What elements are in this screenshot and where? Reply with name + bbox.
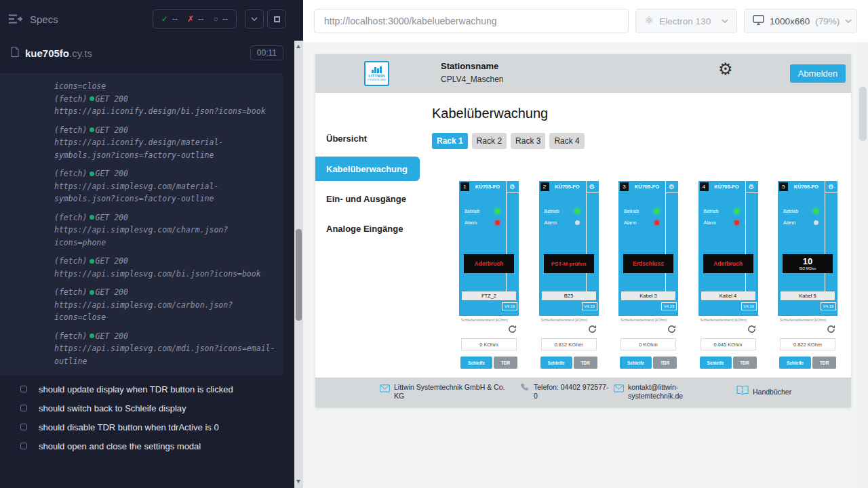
schleife-button[interactable]: Schleife <box>540 357 572 369</box>
status-dot <box>90 215 94 220</box>
logout-button[interactable]: Abmelden <box>790 64 846 83</box>
nav-item-ein-und-ausgaenge[interactable]: Ein- und Ausgänge <box>315 186 420 211</box>
scroll-up-arrow-icon[interactable] <box>296 45 300 48</box>
firmware-version: V4.19 <box>502 302 517 310</box>
refresh-icon[interactable] <box>827 325 835 333</box>
spec-file-name: kue705fo.cy.ts <box>25 47 92 59</box>
log-entry[interactable]: (fetch)GET 200 https://api.simplesvg.com… <box>54 286 277 324</box>
tab-rack-3[interactable]: Rack 3 <box>511 133 545 149</box>
schleife-button[interactable]: Schleife <box>779 357 811 369</box>
aut-scrollbar-thumb[interactable] <box>859 87 867 141</box>
cable-name: FTZ_2 <box>462 291 516 300</box>
test-list: should update display when TDR button is… <box>0 380 294 455</box>
card-settings-gear-icon[interactable]: ⚙ <box>825 181 837 193</box>
betrieb-led <box>814 209 818 214</box>
measurement-label: Schleifenwiderstand [kOhm] <box>539 316 599 322</box>
scrollbar-thumb[interactable] <box>296 229 302 321</box>
cable-name: B23 <box>542 291 596 300</box>
log-entry[interactable]: (fetch)GET 200 https://api.iconify.desig… <box>54 124 277 162</box>
alarm-label: Alarm <box>624 220 636 225</box>
card-settings-gear-icon[interactable]: ⚙ <box>586 181 599 193</box>
alarm-row: Alarm <box>545 220 580 225</box>
alarm-label: Alarm <box>465 220 477 225</box>
betrieb-label: Betrieb <box>624 209 639 214</box>
browser-select[interactable]: ⚛ Electron 130 <box>635 9 737 33</box>
log-entry[interactable]: icons=close <box>54 80 277 93</box>
alarm-row: Alarm <box>704 220 739 225</box>
test-title: should disable TDR button when tdrActive… <box>39 422 219 432</box>
tdr-button[interactable]: TDR <box>812 357 836 369</box>
aut-scrollbar[interactable] <box>858 42 868 488</box>
card-settings-gear-icon[interactable]: ⚙ <box>745 181 758 193</box>
betrieb-led <box>654 209 659 214</box>
specs-menu-icon[interactable] <box>8 13 24 25</box>
tab-rack-2[interactable]: Rack 2 <box>472 133 507 149</box>
test-title: should switch back to Schleife display <box>39 403 186 413</box>
settings-gear-icon[interactable]: ⚙ <box>718 61 733 77</box>
tab-rack-4[interactable]: Rack 4 <box>549 133 584 149</box>
tdr-button[interactable]: TDR <box>653 357 677 369</box>
station-info: Stationsname CPLV4_Maschen <box>441 61 504 84</box>
betrieb-label: Betrieb <box>545 209 559 214</box>
specs-label[interactable]: Specs <box>30 14 58 25</box>
status-dot <box>90 127 94 132</box>
failed-count: ✗-- <box>187 14 203 24</box>
schleife-button[interactable]: Schleife <box>620 357 652 369</box>
test-state-icon <box>20 424 27 430</box>
device-card: 4 KÜ705-FO ⚙ Betrieb Alarm Aderbruch Kab… <box>698 181 758 378</box>
log-entry[interactable]: (fetch)GET 200 https://api.simplesvg.com… <box>54 255 277 280</box>
stop-run-button[interactable] <box>267 9 286 28</box>
test-state-icon <box>20 443 27 449</box>
status-display: PST-M prüfen <box>544 254 594 273</box>
betrieb-label: Betrieb <box>783 209 798 214</box>
refresh-icon[interactable] <box>508 325 517 333</box>
test-stats: ✓-- ✗-- ○-- <box>153 9 237 28</box>
measurement-label: Schleifenwiderstand [kOhm] <box>698 316 758 322</box>
log-entry[interactable]: (fetch)GET 200 https://api.simplesvg.com… <box>54 167 277 205</box>
phone-icon <box>520 383 530 395</box>
firmware-version: V4.19 <box>661 302 677 310</box>
spec-file-row[interactable]: kue705fo.cy.ts 00:11 <box>0 38 294 68</box>
refresh-icon[interactable] <box>667 325 676 333</box>
tdr-button[interactable]: TDR <box>494 357 517 369</box>
card-model-label: KÜ705-FO <box>629 184 665 190</box>
schleife-button[interactable]: Schleife <box>460 357 492 369</box>
card-settings-gear-icon[interactable]: ⚙ <box>506 181 519 193</box>
log-entry[interactable]: (fetch)GET 200 https://api.simplesvg.com… <box>54 330 277 368</box>
refresh-icon[interactable] <box>588 325 597 333</box>
card-buttons: Schleife TDR <box>540 357 597 369</box>
betrieb-row: Betrieb <box>545 209 580 214</box>
tdr-button[interactable]: TDR <box>574 357 597 369</box>
card-settings-gear-icon[interactable]: ⚙ <box>665 181 678 193</box>
scroll-down-arrow-icon[interactable] <box>296 480 300 483</box>
collapse-runs-button[interactable] <box>245 9 264 28</box>
card-buttons: Schleife TDR <box>460 357 517 369</box>
card-number-badge: 3 <box>620 182 629 191</box>
tdr-button[interactable]: TDR <box>733 357 757 369</box>
electron-icon: ⚛ <box>644 16 654 26</box>
measurement-label: Schleifenwiderstand [kOhm] <box>778 316 837 322</box>
footer-manuals-link[interactable]: Handbücher <box>736 386 791 398</box>
test-item[interactable]: should open and close the settings modal <box>0 436 294 455</box>
viewport-select[interactable]: 1000x660 (79%) <box>744 9 857 33</box>
refresh-icon[interactable] <box>747 325 756 333</box>
app-stage: http://localhost:3000/kabelueberwachung … <box>303 0 868 488</box>
cable-name: Kabel 3 <box>621 291 675 300</box>
test-item[interactable]: should update display when TDR button is… <box>0 380 294 399</box>
footer-email[interactable]: kontakt@littwin-systemtechnik.de <box>614 383 690 401</box>
test-item[interactable]: should switch back to Schleife display <box>0 399 294 418</box>
schleife-button[interactable]: Schleife <box>700 357 732 369</box>
rack-tabs: Rack 1 Rack 2 Rack 3 Rack 4 <box>432 133 585 149</box>
nav-item-analoge-eingaenge[interactable]: Analoge Eingänge <box>315 216 420 241</box>
nav-item-kabelueberwachung[interactable]: Kabelüberwachung <box>315 157 420 181</box>
nav-item-uebersicht[interactable]: Übersicht <box>315 126 420 150</box>
log-entry[interactable]: (fetch)GET 200 https://api.simplesvg.com… <box>54 211 277 249</box>
card-number-badge: 2 <box>540 182 549 191</box>
log-entry[interactable]: (fetch)GET 200 https://api.iconify.desig… <box>54 93 277 118</box>
littwin-logo: LITTWIN SYSTEMTECHNIK <box>364 61 389 86</box>
betrieb-led <box>575 209 580 214</box>
alarm-label: Alarm <box>545 220 557 225</box>
tab-rack-1[interactable]: Rack 1 <box>432 133 468 149</box>
test-item[interactable]: should disable TDR button when tdrActive… <box>0 418 294 436</box>
url-input[interactable]: http://localhost:3000/kabelueberwachung <box>314 9 629 33</box>
